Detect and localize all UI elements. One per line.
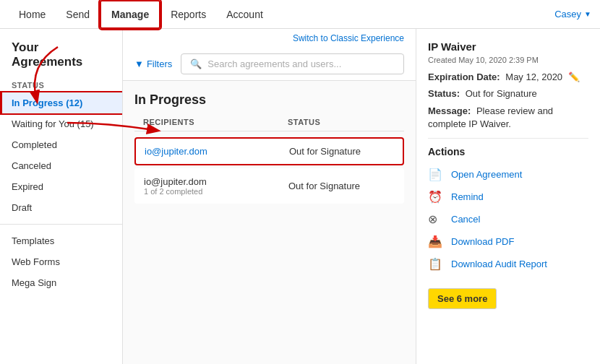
search-placeholder: Search agreements and users... [207, 58, 341, 69]
nav-home[interactable]: Home [9, 0, 56, 29]
item-email: io@jupiter.dom [145, 146, 289, 157]
nav-account[interactable]: Account [216, 0, 273, 29]
sidebar-item-waiting[interactable]: Waiting for You (15) [0, 113, 122, 134]
list-panel: In Progress RECIPIENTS STATUS io@jupiter… [123, 81, 416, 364]
user-name: Casey [554, 9, 581, 20]
item-email-group: io@jupiter.dom 1 of 2 completed [144, 176, 288, 196]
rp-created: Created May 10, 2020 2:39 PM [428, 56, 588, 64]
action-open-agreement-label: Open Agreement [451, 169, 522, 180]
col-status-label: STATUS [288, 118, 395, 126]
item-status-2: Out for Signature [288, 181, 395, 191]
audit-icon: 📋 [428, 257, 445, 271]
filter-button[interactable]: ▼ Filters [134, 58, 172, 69]
list-item[interactable]: io@jupiter.dom Out for Signature [134, 137, 404, 165]
rp-expiration-row: Expiration Date: May 12, 2020 ✏️ [428, 72, 588, 82]
item-status: Out for Signature [289, 146, 394, 157]
content-area: Switch to Classic Experience ▼ Filters 🔍… [123, 29, 416, 364]
search-bar-input[interactable]: 🔍 Search agreements and users... [181, 53, 404, 74]
sidebar-item-draft[interactable]: Draft [0, 197, 122, 218]
sidebar-divider [0, 224, 122, 225]
action-download-pdf[interactable]: 📥 Download PDF [428, 230, 588, 253]
filter-icon: ▼ [134, 58, 144, 69]
action-download-audit-label: Download Audit Report [451, 259, 547, 269]
cancel-icon: ⊗ [428, 212, 445, 226]
sidebar-item-expired[interactable]: Expired [0, 176, 122, 197]
rp-expiration-label: Expiration Date: [428, 72, 500, 82]
rp-status-row: Status: Out for Signature [428, 88, 588, 99]
nav-reports[interactable]: Reports [160, 0, 216, 29]
document-icon: 📄 [428, 168, 445, 181]
search-icon: 🔍 [190, 58, 202, 69]
search-bar: ▼ Filters 🔍 Search agreements and users.… [123, 48, 416, 81]
right-panel: IP Waiver Created May 10, 2020 2:39 PM E… [416, 29, 600, 364]
item-email-2: io@jupiter.dom [144, 176, 288, 187]
action-open-agreement[interactable]: 📄 Open Agreement [428, 163, 588, 186]
rp-message-row: Message: Please review and complete IP W… [428, 105, 588, 131]
list-header: RECIPIENTS STATUS [134, 118, 404, 131]
col-recipients-label: RECIPIENTS [143, 118, 288, 126]
sidebar-item-web-forms[interactable]: Web Forms [0, 251, 122, 272]
sidebar-item-canceled[interactable]: Canceled [0, 155, 122, 176]
action-download-pdf-label: Download PDF [451, 236, 514, 247]
chevron-down-icon: ▼ [584, 10, 591, 18]
action-download-audit[interactable]: 📋 Download Audit Report [428, 253, 588, 275]
rp-expiration-value: May 12, 2020 [505, 72, 562, 82]
nav-send[interactable]: Send [56, 0, 100, 29]
rp-title: IP Waiver [428, 40, 588, 53]
rp-divider [428, 138, 588, 139]
top-nav: Home Send Manage Reports Account Casey ▼ [0, 0, 600, 29]
list-item[interactable]: io@jupiter.dom 1 of 2 completed Out for … [134, 168, 404, 204]
remind-icon: ⏰ [428, 190, 445, 204]
nav-right: Casey ▼ [554, 9, 591, 20]
list-title: In Progress [134, 92, 404, 108]
rp-status-value: Out for Signature [466, 88, 537, 99]
sidebar-item-completed[interactable]: Completed [0, 134, 122, 155]
action-cancel-label: Cancel [451, 214, 480, 225]
sidebar-item-mega-sign[interactable]: Mega Sign [0, 272, 122, 293]
actions-label: Actions [428, 146, 588, 157]
sidebar-item-templates[interactable]: Templates [0, 230, 122, 251]
sidebar-item-in-progress[interactable]: In Progress (12) [0, 92, 122, 113]
rp-message-label: Message: [428, 105, 471, 116]
see-more-container: See 6 more [428, 282, 588, 309]
action-cancel[interactable]: ⊗ Cancel [428, 208, 588, 230]
classic-switch[interactable]: Switch to Classic Experience [123, 29, 416, 48]
action-remind[interactable]: ⏰ Remind [428, 186, 588, 208]
filter-label: Filters [147, 58, 172, 69]
sidebar-title: Your Agreements [0, 38, 122, 77]
nav-manage[interactable]: Manage [100, 0, 160, 29]
rp-status-label: Status: [428, 88, 460, 99]
see-more-button[interactable]: See 6 more [428, 288, 497, 309]
sidebar: Your Agreements STATUS In Progress (12) … [0, 29, 123, 364]
download-pdf-icon: 📥 [428, 235, 445, 248]
main-layout: Your Agreements STATUS In Progress (12) … [0, 29, 600, 364]
status-section-label: STATUS [0, 77, 122, 92]
edit-icon[interactable]: ✏️ [568, 72, 580, 82]
action-remind-label: Remind [451, 191, 484, 202]
item-sub: 1 of 2 completed [144, 187, 288, 196]
user-menu[interactable]: Casey ▼ [554, 9, 591, 20]
